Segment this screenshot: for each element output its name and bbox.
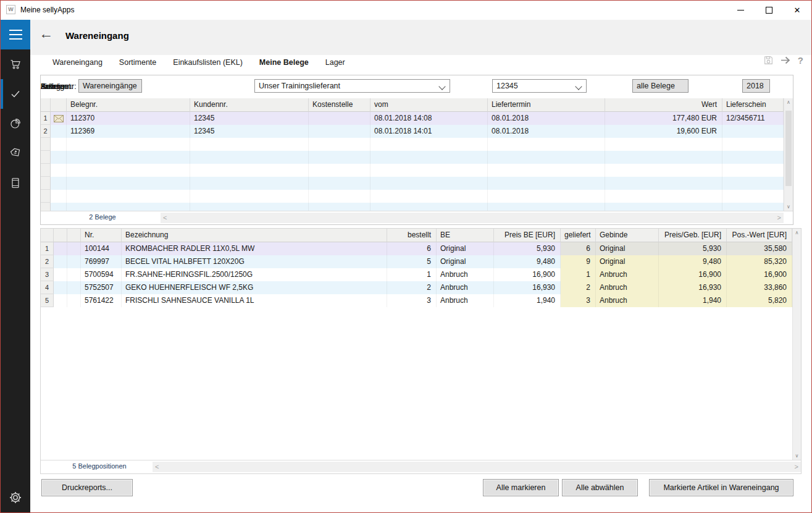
table-row[interactable]: 5 5761422 FRISCHLI SAHNESAUCE VANILLA 1L…	[41, 294, 792, 307]
col-lieferschein[interactable]: Lieferschein	[722, 98, 784, 112]
lieferant-dropdown[interactable]: Unser Trainingslieferant	[254, 79, 450, 93]
kundennr-value: 12345	[496, 82, 518, 90]
scroll-left-icon[interactable]: <	[155, 463, 159, 471]
sidebar	[1, 20, 30, 512]
table-row[interactable]: 4 5752507 GEKO HUEHNERFLEISCH WF 2,5KG 2…	[41, 281, 792, 294]
save-icon[interactable]	[763, 55, 774, 66]
scroll-up-icon[interactable]: ∧	[784, 98, 793, 107]
col-kostenstelle[interactable]: Kostenstelle	[309, 98, 370, 112]
scroll-down-icon[interactable]: ∨	[784, 203, 793, 211]
table-row[interactable]: 3 5700594 FR.SAHNE-HERINGSFIL.2500/1250G…	[41, 268, 792, 281]
page-title: Wareneingang	[65, 30, 129, 41]
cell-bestellt: 1	[387, 268, 437, 281]
vertical-scrollbar[interactable]: ∧ ∨	[792, 229, 801, 460]
mail-icon	[54, 115, 64, 122]
cell-nr: 100144	[81, 242, 122, 255]
cell-geliefert: 2	[561, 281, 596, 294]
cell-wert: 177,480 EUR	[605, 112, 722, 125]
cell-gebinde: Original	[596, 242, 659, 255]
empty-row	[41, 190, 784, 203]
cart-icon	[9, 57, 22, 71]
scroll-right-icon[interactable]: >	[795, 463, 798, 471]
col-preis-geb[interactable]: Preis/Geb. [EUR]	[659, 229, 727, 242]
sidebar-item-settings[interactable]	[1, 485, 30, 510]
chevron-down-icon	[438, 83, 445, 90]
col-vom[interactable]: vom	[370, 98, 488, 112]
back-button[interactable]: ←	[39, 27, 53, 41]
scroll-down-icon[interactable]: ∨	[793, 452, 801, 460]
scrollbar-thumb[interactable]	[785, 111, 792, 186]
empty-row	[41, 138, 784, 151]
cell-preis-be: 9,480	[494, 255, 561, 268]
sidebar-item-cart[interactable]	[1, 49, 30, 79]
sidebar-item-reports[interactable]	[1, 109, 30, 138]
positionen-panel: Nr. Bezeichnung bestellt BE Preis BE [EU…	[40, 228, 802, 474]
tab-sortimente[interactable]: Sortimente	[119, 58, 156, 67]
col-nr[interactable]: Nr.	[81, 229, 122, 242]
col-be[interactable]: BE	[437, 229, 494, 242]
col-kundennr[interactable]: Kundennr.	[190, 98, 309, 112]
col-gebinde[interactable]: Gebinde	[596, 229, 659, 242]
maximize-button[interactable]	[755, 1, 783, 20]
table-row[interactable]: 2 112369 12345 08.01.2018 14:01 08.01.20…	[41, 125, 784, 138]
cell-liefertermin: 08.01.2018	[488, 112, 605, 125]
gear-icon	[9, 491, 22, 504]
sidebar-item-wareneingang[interactable]	[1, 79, 30, 109]
tab-bar: Wareneingang Sortimente Einkaufslisten (…	[52, 58, 345, 67]
cell-bezeichnung: FRISCHLI SAHNESAUCE VANILLA 1L	[122, 294, 387, 307]
book-icon	[9, 176, 22, 190]
table-row[interactable]: 1 100144 KROMBACHER RADLER 11X0,5L MW 6 …	[41, 242, 792, 255]
tab-einkaufslisten[interactable]: Einkaufslisten (EKL)	[173, 58, 243, 67]
tab-lager[interactable]: Lager	[325, 58, 345, 67]
cell-lieferschein: 12/3456711	[722, 112, 784, 125]
cell-preis-geb: 1,940	[659, 294, 727, 307]
chevron-down-icon	[575, 83, 582, 90]
table-row[interactable]: 2 769997 BECEL VITAL HALBFETT 120X20G 5 …	[41, 255, 792, 268]
help-icon[interactable]: ?	[798, 55, 803, 66]
col-geliefert[interactable]: geliefert	[561, 229, 596, 242]
col-preis-be[interactable]: Preis BE [EUR]	[494, 229, 561, 242]
alle-markieren-button[interactable]: Alle markieren	[483, 479, 559, 496]
cell-pos-wert: 5,820	[727, 294, 792, 307]
minimize-button[interactable]	[726, 1, 755, 20]
table-row[interactable]: 1 112370 12345 08.01.2018 14:08 08.01.20…	[41, 112, 784, 125]
horizontal-scrollbar[interactable]: < >	[161, 213, 784, 223]
cell-lieferschein	[722, 125, 784, 138]
cell-nr: 769997	[81, 255, 122, 268]
close-button[interactable]: ✕	[783, 1, 811, 20]
tab-meine-belege[interactable]: Meine Belege	[259, 58, 309, 67]
cell-pos-wert: 85,320	[727, 255, 792, 268]
markierte-artikel-button[interactable]: Markierte Artikel in Wareneingang	[649, 479, 793, 496]
sidebar-item-catalog[interactable]	[1, 168, 30, 198]
cell-be: Anbruch	[437, 294, 494, 307]
tab-wareneingang[interactable]: Wareneingang	[52, 58, 103, 67]
kundennr-dropdown[interactable]: 12345	[492, 79, 587, 93]
window-controls: ✕	[726, 1, 811, 20]
cell-bezeichnung: KROMBACHER RADLER 11X0,5L MW	[122, 242, 387, 255]
cell-be: Original	[437, 242, 494, 255]
cell-vom: 08.01.2018 14:01	[370, 125, 488, 138]
arrow-right-icon[interactable]	[780, 56, 792, 65]
col-belegnr[interactable]: Belegnr.	[67, 98, 190, 112]
cell-belegnr: 112370	[67, 112, 190, 125]
empty-row	[41, 164, 784, 177]
col-liefertermin[interactable]: Liefertermin	[488, 98, 605, 112]
hamburger-menu-button[interactable]	[1, 20, 30, 49]
col-bezeichnung[interactable]: Bezeichnung	[122, 229, 387, 242]
scroll-left-icon[interactable]: <	[163, 214, 167, 222]
sidebar-item-prices[interactable]	[1, 138, 30, 168]
scroll-right-icon[interactable]: >	[777, 214, 781, 222]
cell-kostenstelle	[309, 112, 370, 125]
horizontal-scrollbar[interactable]: < >	[153, 462, 801, 472]
vertical-scrollbar[interactable]: ∧ ∨	[784, 98, 793, 211]
col-pos-wert[interactable]: Pos.-Wert [EUR]	[727, 229, 792, 242]
price-tag-icon	[9, 146, 22, 160]
col-wert[interactable]: Wert	[605, 98, 722, 112]
col-bestellt[interactable]: bestellt	[387, 229, 437, 242]
druckreports-button[interactable]: Druckreports...	[41, 479, 133, 496]
scroll-up-icon[interactable]: ∧	[793, 229, 801, 237]
empty-row	[41, 177, 784, 190]
check-icon	[9, 87, 22, 101]
alle-abwaehlen-button[interactable]: Alle abwählen	[562, 479, 638, 496]
cell-be: Original	[437, 255, 494, 268]
